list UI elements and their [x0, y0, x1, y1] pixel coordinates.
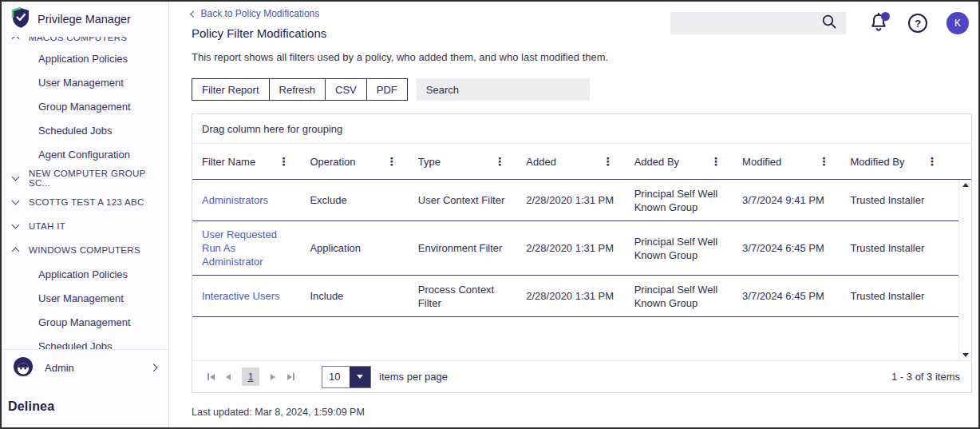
pdf-export-button[interactable]: PDF — [366, 78, 408, 101]
chevron-down-icon — [12, 197, 20, 205]
search-icon[interactable] — [820, 13, 838, 34]
notifications-button[interactable] — [868, 12, 889, 34]
column-header-type[interactable]: Type ⋮ — [418, 156, 526, 168]
csv-export-button[interactable]: CSV — [325, 78, 367, 101]
sidebar-admin[interactable]: Admin — [2, 349, 168, 386]
sidebar-item-label: User Management — [38, 77, 124, 89]
brand-logo: Delinea — [2, 386, 168, 427]
chevron-down-icon — [12, 173, 20, 181]
sidebar-group-label: WINDOWS COMPUTERS — [29, 245, 140, 255]
modified-cell: 3/7/2024 6:45 PM — [742, 235, 850, 261]
operation-cell: Include — [310, 283, 417, 309]
items-range-label: 1 - 3 of 3 items — [891, 371, 960, 383]
sidebar-item-label: Group Management — [38, 101, 131, 113]
added-by-cell: Principal Self Well Known Group — [634, 228, 742, 268]
column-menu-icon[interactable]: ⋮ — [927, 156, 938, 167]
table-row[interactable]: Interactive Users Include Process Contex… — [192, 276, 971, 317]
global-search[interactable] — [670, 12, 846, 34]
table-search-input[interactable] — [417, 78, 590, 101]
sidebar-item-application-policies[interactable]: Application Policies — [2, 46, 168, 70]
sidebar-group-label: UTAH IT — [29, 221, 65, 231]
modified-by-cell: Trusted Installer — [851, 187, 958, 213]
chevron-up-icon — [12, 248, 20, 256]
column-header-added[interactable]: Added ⋮ — [526, 156, 634, 168]
table-scrollbar[interactable] — [958, 180, 971, 360]
items-per-page-label: items per page — [379, 371, 448, 383]
filter-name-link[interactable]: User Requested Run As Administrator — [202, 221, 310, 275]
app-title: Privilege Manager — [38, 13, 131, 26]
page-title: Policy Filter Modifications — [192, 26, 326, 40]
column-menu-icon[interactable]: ⋮ — [278, 156, 289, 167]
filter-name-link[interactable]: Administrators — [202, 187, 310, 213]
type-cell: Environment Filter — [418, 235, 526, 261]
added-by-cell: Principal Self Well Known Group — [634, 181, 742, 220]
modified-by-cell: Trusted Installer — [851, 235, 958, 261]
table-body: Administrators Exclude User Context Filt… — [192, 180, 971, 360]
sidebar: Privilege Manager MACOS COMPUTERS Applic… — [2, 2, 169, 427]
sidebar-group-utah-it[interactable]: UTAH IT — [2, 214, 168, 238]
column-label: Operation — [310, 156, 355, 168]
global-search-input[interactable] — [678, 18, 820, 30]
modified-cell: 3/7/2024 9:41 PM — [742, 187, 850, 213]
page-number-button[interactable]: 1 — [242, 367, 259, 386]
column-menu-icon[interactable]: ⋮ — [819, 156, 830, 167]
last-updated: Last updated: Mar 8, 2024, 1:59:09 PM — [192, 407, 365, 418]
sidebar-item-label: Scheduled Jobs — [38, 340, 113, 350]
type-cell: Process Context Filter — [418, 276, 526, 316]
chevron-down-icon — [12, 221, 20, 229]
sidebar-group-scottg-test[interactable]: SCOTTG TEST A 123 ABC — [2, 190, 168, 214]
column-menu-icon[interactable]: ⋮ — [603, 156, 614, 167]
report-toolbar: Filter Report Refresh CSV PDF — [192, 78, 590, 101]
sidebar-item-user-management[interactable]: User Management — [2, 70, 168, 94]
sidebar-item-label: Scheduled Jobs — [38, 125, 113, 137]
column-menu-icon[interactable]: ⋮ — [494, 156, 505, 167]
filter-report-button[interactable]: Filter Report — [192, 78, 270, 101]
added-cell: 2/28/2020 1:31 PM — [526, 235, 634, 261]
sidebar-item-label: Application Policies — [38, 268, 128, 280]
topbar-actions: ? K — [670, 12, 969, 34]
main-content: Back to Policy Modifications Policy Filt… — [170, 2, 978, 427]
sidebar-group-macos-computers[interactable]: MACOS COMPUTERS — [2, 37, 168, 46]
avatar[interactable]: K — [946, 12, 969, 34]
next-page-button[interactable] — [264, 369, 282, 385]
column-menu-icon[interactable]: ⋮ — [710, 156, 721, 167]
sidebar-group-new-computer-group[interactable]: NEW COMPUTER GROUP SC... — [2, 166, 168, 190]
table-row[interactable]: Administrators Exclude User Context Filt… — [192, 180, 971, 221]
back-link[interactable]: Back to Policy Modifications — [192, 8, 319, 19]
sidebar-item-application-policies-2[interactable]: Application Policies — [2, 262, 168, 286]
column-label: Modified By — [851, 156, 905, 168]
sidebar-item-group-management-2[interactable]: Group Management — [2, 310, 168, 334]
sidebar-item-group-management[interactable]: Group Management — [2, 94, 168, 118]
page-size-dropdown-button[interactable] — [350, 367, 370, 387]
scroll-down-icon[interactable] — [962, 353, 969, 357]
sidebar-nav: MACOS COMPUTERS Application Policies Use… — [2, 37, 168, 349]
column-label: Modified — [742, 156, 781, 168]
sidebar-item-agent-configuration[interactable]: Agent Configuration — [2, 142, 168, 166]
operation-cell: Exclude — [310, 187, 417, 213]
sidebar-group-windows-computers[interactable]: WINDOWS COMPUTERS — [2, 238, 168, 262]
refresh-button[interactable]: Refresh — [269, 78, 326, 101]
last-page-button[interactable] — [282, 369, 299, 385]
column-header-modified[interactable]: Modified ⋮ — [742, 156, 850, 168]
first-page-button[interactable] — [202, 369, 219, 385]
scroll-up-icon[interactable] — [962, 183, 969, 187]
report-table-panel: Drag column here for grouping Filter Nam… — [192, 113, 972, 393]
sidebar-item-scheduled-jobs-2[interactable]: Scheduled Jobs — [2, 334, 168, 349]
brand-wordmark: Delinea — [8, 399, 54, 414]
sidebar-item-user-management-2[interactable]: User Management — [2, 286, 168, 310]
table-row[interactable]: User Requested Run As Administrator Appl… — [192, 221, 971, 276]
column-header-operation[interactable]: Operation ⋮ — [310, 156, 417, 168]
page-size-select[interactable]: 10 — [322, 366, 371, 388]
chevron-left-icon — [191, 11, 197, 18]
grouping-dropzone[interactable]: Drag column here for grouping — [192, 114, 971, 144]
column-header-filter-name[interactable]: Filter Name ⋮ — [202, 156, 310, 168]
column-header-modified-by[interactable]: Modified By ⋮ — [851, 156, 958, 168]
filter-name-link[interactable]: Interactive Users — [202, 283, 310, 309]
previous-page-button[interactable] — [219, 369, 237, 385]
column-header-added-by[interactable]: Added By ⋮ — [634, 156, 742, 168]
app-header: Privilege Manager — [2, 2, 168, 37]
column-menu-icon[interactable]: ⋮ — [386, 156, 397, 167]
sidebar-item-scheduled-jobs[interactable]: Scheduled Jobs — [2, 118, 168, 142]
help-button[interactable]: ? — [908, 14, 927, 33]
admin-label: Admin — [45, 362, 74, 374]
